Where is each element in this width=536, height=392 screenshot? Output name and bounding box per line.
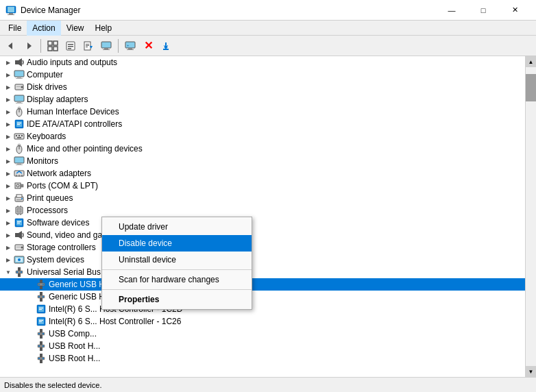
svg-rect-17 — [86, 47, 88, 47]
scroll-thumb[interactable] — [526, 74, 536, 101]
tree-item-storage[interactable]: Storage controllers — [0, 241, 525, 254]
device-icon-monitors — [14, 156, 25, 167]
svg-rect-60 — [17, 163, 21, 164]
tree-item-software[interactable]: Software devices — [0, 217, 525, 229]
expander-ideata[interactable] — [3, 119, 14, 130]
expander-software[interactable] — [3, 217, 14, 228]
toolbar: + ✕ — [0, 36, 536, 56]
minimize-button[interactable]: — — [436, 0, 467, 21]
back-button[interactable] — [3, 38, 19, 54]
expander-displayadapters[interactable] — [3, 94, 14, 105]
computer-button[interactable] — [98, 38, 114, 54]
device-icon-systemdevices — [14, 254, 25, 265]
svg-rect-8 — [48, 47, 52, 51]
tree-label-hid: Human Interface Devices — [27, 107, 119, 117]
tree-label-processors: Processors — [27, 206, 68, 215]
scroll-down-button[interactable]: ▼ — [526, 366, 536, 377]
expander-computer[interactable] — [3, 69, 14, 80]
tree-item-systemdevices[interactable]: System devices — [0, 254, 525, 266]
tree-item-usbroot1[interactable]: USB Root H... — [0, 340, 525, 352]
context-menu-uninstall-device[interactable]: Uninstall device — [102, 252, 252, 268]
scan-button[interactable]: + — [122, 38, 138, 54]
tree-item-printqueues[interactable]: Print queues — [0, 192, 525, 204]
menu-file[interactable]: File — [3, 21, 27, 36]
tree-item-computer[interactable]: Computer — [0, 69, 525, 81]
tree-item-displayadapters[interactable]: Display adapters — [0, 93, 525, 106]
context-menu-properties[interactable]: Properties — [102, 291, 252, 308]
expander-diskdrives[interactable] — [3, 82, 14, 93]
scroll-up-button[interactable]: ▲ — [526, 56, 536, 67]
tree-item-monitors[interactable]: Monitors — [0, 155, 525, 167]
tree-item-diskdrives[interactable]: Disk drives — [0, 81, 525, 93]
expander-processors[interactable] — [3, 205, 14, 216]
context-menu-disable-device[interactable]: Disable device — [102, 235, 252, 252]
context-menu-separator — [102, 289, 252, 290]
tree-label-printqueues: Print queues — [27, 193, 73, 203]
context-menu-scan-hardware[interactable]: Scan for hardware changes — [102, 271, 252, 288]
window-controls: — □ ✕ — [436, 0, 531, 21]
tree-item-ideata[interactable]: IDE ATA/ATAPI controllers — [0, 118, 525, 130]
tree-item-intel1[interactable]: Intel(R) 6 S... Host Controller - 1C2D — [0, 303, 525, 315]
forward-button[interactable] — [21, 38, 37, 54]
tree-item-intel2[interactable]: Intel(R) 6 S... Host Controller - 1C26 — [0, 315, 525, 328]
scrollbar[interactable]: ▲ ▼ — [525, 56, 536, 377]
close-button[interactable]: ✕ — [499, 0, 531, 21]
tree-label-usbcomp: USB Comp... — [49, 329, 97, 339]
tree-item-processors[interactable]: Processors — [0, 204, 525, 217]
svg-rect-72 — [16, 201, 21, 201]
expander-keyboards[interactable] — [3, 131, 14, 142]
expander-ports[interactable] — [3, 180, 14, 191]
svg-point-114 — [38, 333, 40, 334]
svg-rect-9 — [53, 47, 58, 51]
device-icon-generic1 — [36, 279, 47, 290]
svg-rect-63 — [16, 175, 17, 177]
svg-point-91 — [18, 258, 21, 261]
expander-networkadapters[interactable] — [3, 168, 14, 179]
svg-rect-42 — [16, 103, 23, 103]
tree-item-audio[interactable]: Audio inputs and outputs — [0, 56, 525, 69]
title-bar: Device Manager — □ ✕ — [0, 0, 536, 21]
maximize-button[interactable]: □ — [467, 0, 499, 21]
svg-rect-82 — [17, 221, 21, 222]
tree-item-networkadapters[interactable]: Network adapters — [0, 167, 525, 180]
tree-label-ports: Ports (COM & LPT) — [27, 181, 98, 191]
expander-hid[interactable] — [3, 106, 14, 117]
tree-item-mice[interactable]: Mice and other pointing devices — [0, 143, 525, 155]
remove-device-button[interactable]: ✕ — [140, 38, 156, 54]
svg-rect-6 — [48, 41, 52, 45]
show-hidden-button[interactable] — [45, 38, 61, 54]
expander-soundvideo[interactable] — [3, 230, 14, 241]
device-icon-usbcomp — [36, 328, 47, 339]
tree-item-soundvideo[interactable]: Sound, video and game controllers — [0, 229, 525, 241]
expander-systemdevices[interactable] — [3, 254, 14, 265]
svg-rect-67 — [21, 184, 23, 187]
svg-marker-4 — [8, 42, 12, 49]
expander-usb[interactable] — [3, 267, 14, 278]
device-icon-soundvideo — [14, 230, 25, 241]
device-icon-printqueues — [14, 193, 25, 204]
tree-item-generic1[interactable]: Generic USB Hub — [0, 278, 525, 291]
download-button[interactable] — [158, 38, 174, 54]
tree-item-usbroot2[interactable]: USB Root H... — [0, 352, 525, 365]
device-icon-networkadapters — [14, 168, 25, 179]
properties-button[interactable] — [62, 38, 79, 54]
tree-item-generic2[interactable]: Generic USB Hub — [0, 291, 525, 303]
tree-item-keyboards[interactable]: Keyboards — [0, 130, 525, 143]
expander-mice[interactable] — [3, 143, 14, 154]
device-tree[interactable]: Audio inputs and outputs Computer Disk d… — [0, 56, 525, 377]
expander-monitors[interactable] — [3, 156, 14, 167]
menu-action[interactable]: Action — [27, 21, 60, 36]
tree-item-ports[interactable]: Ports (COM & LPT) — [0, 180, 525, 192]
context-menu-update-driver[interactable]: Update driver — [102, 219, 252, 235]
tree-item-hid[interactable]: Human Interface Devices — [0, 106, 525, 118]
expander-printqueues[interactable] — [3, 193, 14, 204]
menu-help[interactable]: Help — [90, 21, 118, 36]
expander-storage[interactable] — [3, 242, 14, 253]
tree-label-diskdrives: Disk drives — [27, 82, 67, 92]
expander-audio[interactable] — [3, 57, 14, 68]
menu-view[interactable]: View — [61, 21, 90, 36]
tree-item-usbcomp[interactable]: USB Comp... — [0, 328, 525, 340]
svg-text:+: + — [127, 43, 130, 47]
tree-item-usb[interactable]: Universal Serial Bus controllers — [0, 266, 525, 278]
update-driver-button[interactable] — [80, 38, 97, 54]
